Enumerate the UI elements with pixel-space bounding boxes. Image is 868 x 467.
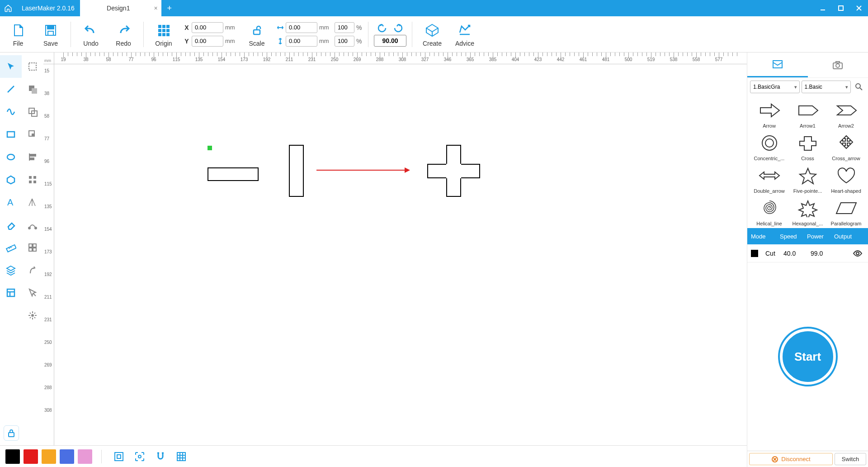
redo-button[interactable]: Redo	[109, 19, 138, 50]
close-window-button[interactable]	[850, 0, 868, 16]
guide-arrow	[316, 170, 409, 171]
add-tab-button[interactable]: +	[161, 0, 178, 16]
shape-lib-concentric-[interactable]: Concentric_...	[751, 130, 788, 161]
category-select-1[interactable]: 1.BasicGra	[750, 81, 800, 93]
shape-vertical-rect[interactable]	[289, 145, 304, 197]
svg-rect-10	[158, 29, 161, 32]
ellipse-tool[interactable]	[0, 146, 22, 168]
maximize-button[interactable]	[832, 0, 850, 16]
rotate-cw-icon[interactable]	[392, 22, 404, 34]
svg-point-63	[856, 84, 860, 88]
document-tab[interactable]: Design1 ×	[80, 0, 161, 16]
library-search-icon[interactable]	[853, 81, 865, 93]
create-button[interactable]: Create	[418, 19, 447, 50]
shape-lib-arrow2[interactable]: Arrow2	[828, 98, 864, 129]
svg-rect-25	[32, 133, 34, 136]
svg-rect-23	[7, 132, 14, 137]
origin-button[interactable]: Origin	[149, 19, 178, 50]
align-left-tool[interactable]	[22, 146, 43, 168]
svg-point-36	[28, 227, 30, 229]
shape-lib-helical-line[interactable]: Helical_line	[751, 195, 788, 226]
select-tool[interactable]	[0, 55, 22, 78]
height-pct-input[interactable]: 100	[335, 36, 354, 47]
svg-rect-31	[29, 176, 32, 179]
scale-button[interactable]: Scale	[242, 19, 271, 50]
start-button[interactable]: Start	[780, 329, 836, 385]
grid-tool[interactable]	[22, 168, 43, 191]
marquee-tool[interactable]	[22, 55, 43, 78]
minimize-button[interactable]	[814, 0, 832, 16]
rotate-ccw-icon[interactable]	[376, 22, 388, 34]
undo-button[interactable]: Undo	[76, 19, 105, 50]
shape-lib-parallelogram[interactable]: Parallelogram	[828, 195, 864, 226]
artboard-tool[interactable]	[0, 281, 22, 304]
svg-rect-59	[773, 61, 782, 68]
show-grid-icon[interactable]	[173, 448, 189, 465]
svg-rect-6	[48, 31, 53, 35]
svg-line-64	[860, 88, 862, 90]
line-tool[interactable]	[0, 78, 22, 100]
svg-rect-9	[166, 25, 170, 28]
measure-tool[interactable]	[0, 236, 22, 259]
color-swatch-3[interactable]	[60, 449, 74, 464]
color-swatch-4[interactable]	[78, 449, 92, 464]
fit-view-icon[interactable]	[111, 448, 127, 465]
color-swatch-0[interactable]	[5, 449, 20, 464]
shape-lib-heart-shaped[interactable]: Heart-shaped	[828, 163, 864, 194]
send-tool[interactable]	[22, 281, 43, 304]
svg-rect-38	[6, 245, 16, 252]
width-input[interactable]: 0.00	[286, 22, 317, 33]
home-icon[interactable]	[0, 0, 16, 16]
advice-button[interactable]: Advice	[450, 19, 479, 50]
tab-label: Design1	[107, 5, 130, 12]
polygon-tool[interactable]	[0, 168, 22, 191]
center-view-icon[interactable]	[132, 448, 148, 465]
layers-tool[interactable]	[0, 259, 22, 281]
eraser-tool[interactable]	[0, 214, 22, 236]
svg-rect-7	[158, 25, 161, 28]
intersect-tool[interactable]	[22, 123, 43, 146]
category-select-2[interactable]: 1.Basic	[802, 81, 851, 93]
shape-lib-double-arrow[interactable]: Double_arrow	[751, 163, 788, 194]
edit-path-tool[interactable]	[22, 214, 43, 236]
text-tool[interactable]: A	[0, 191, 22, 214]
file-button[interactable]: File	[4, 19, 33, 50]
svg-point-66	[765, 139, 774, 147]
lock-view-button[interactable]	[4, 425, 19, 441]
shape-lib-arrow[interactable]: Arrow	[751, 98, 788, 129]
rectangle-tool[interactable]	[0, 123, 22, 146]
y-input[interactable]: 0.00	[192, 36, 223, 47]
height-icon	[277, 38, 284, 45]
height-input[interactable]: 0.00	[286, 36, 317, 47]
close-tab-icon[interactable]: ×	[154, 5, 158, 12]
mirror-tool[interactable]	[22, 191, 43, 214]
subtract-tool[interactable]	[22, 100, 43, 123]
save-button[interactable]: Save	[36, 19, 65, 50]
union-tool[interactable]	[22, 78, 43, 100]
laser-tool[interactable]	[22, 304, 43, 327]
width-pct-input[interactable]: 100	[335, 22, 354, 33]
shape-lib-hexagonal-[interactable]: Hexagonal_...	[789, 195, 826, 226]
array-tool[interactable]	[22, 236, 43, 259]
shape-lib-cross[interactable]: Cross	[789, 130, 826, 161]
library-tab[interactable]	[747, 52, 808, 77]
connection-status[interactable]: Disconnect	[749, 453, 833, 465]
layer-row[interactable]: Cut 40.0 99.0	[747, 244, 868, 262]
trace-tool[interactable]	[22, 259, 43, 281]
layer-visibility-icon[interactable]	[834, 248, 868, 258]
snap-icon[interactable]	[152, 448, 169, 465]
camera-tab[interactable]	[808, 52, 868, 77]
curve-tool[interactable]	[0, 100, 22, 123]
shape-lib-cross-arrow[interactable]: Cross_arrow	[828, 130, 864, 161]
svg-point-26	[7, 154, 14, 160]
x-input[interactable]: 0.00	[192, 22, 223, 33]
rotation-input[interactable]: 90.00	[374, 35, 406, 47]
shape-lib-arrow1[interactable]: Arrow1	[789, 98, 826, 129]
switch-button[interactable]: Switch	[835, 453, 866, 465]
color-swatch-2[interactable]	[42, 449, 56, 464]
color-swatch-1[interactable]	[24, 449, 38, 464]
shape-horizontal-rect[interactable]	[208, 167, 259, 181]
shape-cross-h[interactable]	[427, 164, 480, 178]
shape-lib-five-pointe-[interactable]: Five-pointe...	[789, 163, 826, 194]
canvas[interactable]	[54, 64, 747, 467]
